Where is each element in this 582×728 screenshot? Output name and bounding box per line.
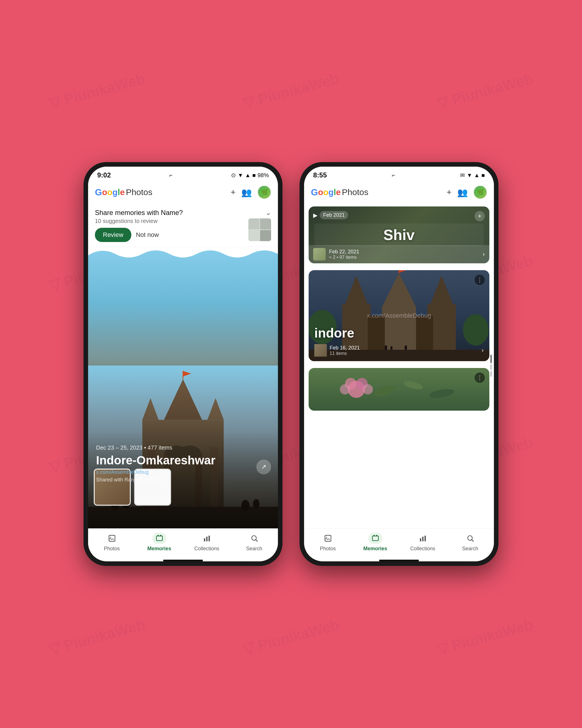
logo-g2: g [113,187,118,197]
nav-label-photos-2: Photos [320,546,336,552]
share-circle-icon: ↗ [261,463,266,471]
scroll-dot-1 [491,364,492,370]
share-thumb-area: ⌄ [248,209,271,241]
share-title: Share memories with Name? [95,209,244,217]
nav-label-memories-1: Memories [147,546,171,552]
location-detail-date: Feb 16, 2021 [330,345,479,351]
photos-nav-icon-1 [105,532,119,544]
memory-date-tag: Feb 2021 [320,211,348,219]
location-thumb-img [314,344,327,357]
nav-search-2[interactable]: Search [446,532,494,552]
app-header-1: G o o g l e Photos + 👥 🌿 [88,181,278,203]
memory-header: ▶ Feb 2021 [313,211,348,219]
google-logo-1: G o o g l e Photos [95,187,152,198]
add-button-2[interactable]: + [446,187,451,197]
svg-rect-58 [376,535,378,536]
google-logo-2: G o o g l e Photos [311,187,368,198]
location-arrow-icon[interactable]: › [482,347,484,354]
nav-photos-1[interactable]: Photos [88,532,136,552]
avatar-1[interactable]: 🌿 [257,185,271,199]
nav-label-memories-2: Memories [363,546,387,552]
svg-rect-18 [109,536,115,542]
phone2-scroll[interactable]: ▶ Feb 2021 Shiv + Feb 22, 2021 ≈ 2 • 97 … [304,203,494,528]
svg-line-27 [256,540,257,541]
location-card-indore[interactable]: x.com/AssembleDebug ⋮ indore F [309,270,489,361]
photo-date: Dec 23 – 25, 2023 • 477 items [96,444,270,451]
status-time-2: 8:55 [313,171,327,179]
phone-2-screen: 8:55 ⌐ ✉ ▼ ▲ ■ G o o g l e Photo [304,167,494,561]
location-detail: Feb 16, 2021 11 items › [314,344,484,357]
bottom-nav-1: Photos Memories Collections [88,528,278,557]
memories-nav-icon-2 [368,532,383,544]
avatar-image-1: 🌿 [261,189,268,196]
svg-rect-21 [158,535,159,536]
signal-icon: ▲ [245,172,251,179]
wifi-icon: ▼ [238,172,243,179]
battery-icon: ■ [252,172,256,179]
status-time-1: 9:02 [97,171,111,179]
phone-1-screen: 9:02 ⌐ ⊙ ▼ ▲ ■ 98% G o o g l e [88,167,278,561]
nav-collections-2[interactable]: Collections [399,532,446,552]
svg-rect-56 [372,536,378,541]
collapse-icon[interactable]: ⌄ [266,209,271,217]
logo-l-2: l [334,187,336,197]
logo-o1-2: o [318,187,323,197]
nav-memories-1[interactable]: Memories [136,532,183,552]
svg-rect-25 [208,536,210,542]
flower-card[interactable]: ⋮ [309,368,489,411]
phone-1: 9:02 ⌐ ⊙ ▼ ▲ ■ 98% G o o g l e [84,162,282,566]
svg-rect-45 [309,368,489,411]
app-title-2: Photos [342,187,368,197]
svg-point-55 [326,537,327,538]
wifi-icon-2: ▼ [467,172,472,179]
signal-icon-2: ▲ [474,172,480,179]
header-actions-1: + 👥 🌿 [230,185,271,199]
nav-search-1[interactable]: Search [230,532,278,552]
memory-footer-date: Feb 22, 2021 [329,249,479,255]
header-actions-2: + 👥 🌿 [446,185,487,199]
location-detail-text: Feb 16, 2021 11 items [330,345,479,356]
photo-info: Dec 23 – 25, 2023 • 477 items Indore-Omk… [96,444,270,483]
status-bar-2: 8:55 ⌐ ✉ ▼ ▲ ■ [304,167,494,181]
share-subtitle: 10 suggestions to review [95,218,244,224]
memory-add-button[interactable]: + [475,211,485,221]
memory-arrow-icon[interactable]: › [483,251,485,258]
share-circle-button[interactable]: ↗ [256,460,271,474]
indore-watermark: x.com/AssembleDebug [367,312,431,319]
preview-3 [248,230,259,241]
memory-title: Shiv [383,226,415,243]
app-title-1: Photos [126,187,152,197]
review-button[interactable]: Review [95,228,131,242]
main-photo-area: Dec 23 – 25, 2023 • 477 items Indore-Omk… [88,247,278,528]
nav-collections-1[interactable]: Collections [183,532,230,552]
location-name: indore [314,325,484,341]
svg-line-63 [472,540,473,541]
logo-o2: o [107,187,112,197]
nav-label-search-2: Search [462,546,478,552]
share-preview [248,218,271,241]
not-now-button[interactable]: Not now [136,231,159,239]
avatar-2[interactable]: 🌿 [473,185,487,199]
nfc-icon: ⊙ [231,172,236,179]
nav-memories-2[interactable]: Memories [352,532,399,552]
people-button-1[interactable]: 👥 [241,187,252,197]
add-button-1[interactable]: + [230,187,235,197]
home-bar-1 [163,560,203,561]
home-bar-2 [379,560,419,561]
nav-label-collections-2: Collections [410,546,435,552]
svg-rect-24 [206,537,207,541]
people-button-2[interactable]: 👥 [457,187,468,197]
share-banner: Share memories with Name? 10 suggestions… [88,203,278,247]
nav-photos-2[interactable]: Photos [304,532,352,552]
memory-card-shiv[interactable]: ▶ Feb 2021 Shiv + Feb 22, 2021 ≈ 2 • 97 … [309,206,489,263]
photo-background: Dec 23 – 25, 2023 • 477 items Indore-Omk… [88,247,278,528]
flower-menu-button[interactable]: ⋮ [475,372,485,383]
msg-icon: ✉ [460,172,465,179]
svg-rect-59 [420,538,421,542]
bottom-nav-2: Photos Memories Collections [304,528,494,557]
indore-menu-button[interactable]: ⋮ [475,275,485,285]
collections-nav-icon-1 [200,532,214,544]
location-thumb [314,344,327,357]
logo-o2-2: o [323,187,328,197]
photo-shared: Shared with Ranjeet and Sonu [96,477,270,483]
